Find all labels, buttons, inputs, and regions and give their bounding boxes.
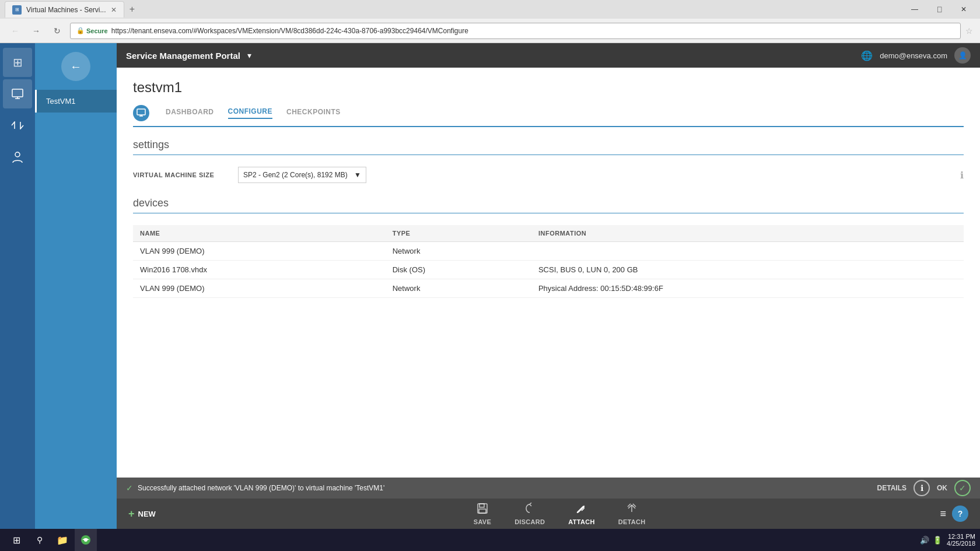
- settings-row: VIRTUAL MACHINE SIZE SP2 - Gen2 (2 Core(…: [133, 167, 964, 183]
- ok-button[interactable]: ✓: [954, 480, 971, 496]
- detach-action[interactable]: DETACH: [618, 503, 646, 525]
- browser-chrome: ⊞ Virtual Machines - Servi... ✕ + — ⎕ ✕ …: [0, 0, 980, 43]
- browser-tabs: ⊞ Virtual Machines - Servi... ✕ + — ⎕ ✕: [0, 0, 980, 19]
- user-avatar[interactable]: 👤: [954, 47, 971, 64]
- col-information: INFORMATION: [531, 225, 964, 242]
- detach-label: DETACH: [618, 518, 646, 525]
- notification-message: Successfully attached network 'VLAN 999 …: [138, 484, 384, 492]
- devices-section: devices NAME TYPE INFORMATION VLAN 999 (…: [133, 197, 964, 298]
- device-type-1: Disk (OS): [386, 261, 531, 279]
- device-info-0: [531, 242, 964, 261]
- tab-close-button[interactable]: ✕: [111, 6, 117, 14]
- url-input[interactable]: 🔒 Secure https://tenant.enseva.com/#Work…: [70, 23, 961, 39]
- svg-point-13: [84, 538, 88, 542]
- restore-button[interactable]: ⎕: [928, 0, 951, 19]
- forward-button[interactable]: →: [28, 23, 44, 39]
- taskbar-file-explorer[interactable]: 📁: [51, 529, 74, 551]
- taskbar: ⊞ ⚲ 📁 🔊 🔋 12:31 PM 4/25/2018: [0, 529, 980, 551]
- help-button[interactable]: ?: [952, 506, 968, 522]
- notification-actions: DETAILS ℹ OK ✓: [877, 480, 971, 496]
- table-row[interactable]: VLAN 999 (DEMO) Network Physical Address…: [133, 279, 964, 298]
- device-info-2: Physical Address: 00:15:5D:48:99:6F: [531, 279, 964, 298]
- save-action[interactable]: SAVE: [474, 503, 491, 525]
- save-label: SAVE: [474, 518, 491, 525]
- check-icon: ✓: [126, 483, 133, 493]
- taskbar-sys-icons: 🔊 🔋: [920, 536, 942, 545]
- new-label: NEW: [138, 510, 156, 518]
- vm-size-label: VIRTUAL MACHINE SIZE: [133, 171, 226, 178]
- top-bar-right: 🌐 demo@enseva.com 👤: [861, 47, 971, 64]
- sidebar-icon-monitor[interactable]: [3, 79, 32, 108]
- save-icon: [477, 503, 488, 517]
- tab-dashboard[interactable]: DASHBOARD: [166, 108, 214, 118]
- browser-tab[interactable]: ⊞ Virtual Machines - Servi... ✕: [5, 1, 124, 17]
- devices-table: NAME TYPE INFORMATION VLAN 999 (DEMO) Ne…: [133, 225, 964, 298]
- sidebar-icon-user[interactable]: [3, 142, 32, 171]
- svg-rect-9: [479, 509, 486, 513]
- sidebar-icon-network[interactable]: [3, 111, 32, 140]
- info-button[interactable]: ℹ: [914, 480, 930, 496]
- secure-badge: 🔒 Secure: [76, 27, 108, 34]
- tab-checkpoints[interactable]: CHECKPOINTS: [286, 108, 341, 118]
- globe-icon: 🌐: [861, 50, 873, 61]
- top-bar: Service Management Portal ▾ 🌐 demo@ensev…: [117, 43, 980, 68]
- back-btn-area: ←: [35, 43, 117, 90]
- taskbar-volume-icon: 🔋: [933, 536, 942, 545]
- window-controls: — ⎕ ✕: [903, 0, 975, 19]
- devices-title: devices: [133, 197, 964, 209]
- tab-configure[interactable]: CONFIGURE: [228, 107, 273, 119]
- close-button[interactable]: ✕: [952, 0, 975, 19]
- bookmark-button[interactable]: ☆: [965, 26, 973, 36]
- back-circle-button[interactable]: ←: [61, 52, 90, 81]
- back-button[interactable]: ←: [7, 23, 23, 39]
- device-type-0: Network: [386, 242, 531, 261]
- discard-icon: [524, 503, 536, 517]
- address-bar: ← → ↻ 🔒 Secure https://tenant.enseva.com…: [0, 19, 980, 43]
- search-button[interactable]: ⚲: [30, 529, 49, 551]
- notification-bar: ✓ Successfully attached network 'VLAN 99…: [117, 478, 980, 499]
- attach-action[interactable]: ATTACH: [568, 503, 594, 525]
- new-tab-button[interactable]: +: [124, 1, 141, 17]
- col-name: NAME: [133, 225, 386, 242]
- attach-label: ATTACH: [568, 518, 594, 525]
- user-email: demo@enseva.com: [880, 51, 947, 60]
- vm-title: testvm1: [133, 79, 964, 96]
- sub-sidebar: ← TestVM1: [35, 43, 117, 529]
- svg-rect-8: [480, 504, 484, 507]
- url-text: https://tenant.enseva.com/#Workspaces/VM…: [111, 27, 468, 35]
- device-name-2: VLAN 999 (DEMO): [133, 279, 386, 298]
- sidebar-icon-grid[interactable]: ⊞: [3, 48, 32, 77]
- settings-info-icon[interactable]: ℹ: [960, 170, 964, 181]
- svg-rect-0: [12, 89, 23, 97]
- taskbar-browser[interactable]: [75, 529, 97, 551]
- table-row[interactable]: VLAN 999 (DEMO) Network: [133, 242, 964, 261]
- settings-title: settings: [133, 139, 964, 151]
- refresh-button[interactable]: ↻: [49, 23, 65, 39]
- taskbar-icons: 📁: [51, 529, 97, 551]
- new-button[interactable]: + NEW: [128, 508, 156, 520]
- portal-chevron[interactable]: ▾: [247, 51, 251, 60]
- sidebar: ⊞: [0, 43, 35, 529]
- device-type-2: Network: [386, 279, 531, 298]
- svg-point-3: [15, 152, 20, 157]
- minimize-button[interactable]: —: [903, 0, 926, 19]
- devices-table-header: NAME TYPE INFORMATION: [133, 225, 964, 242]
- list-icon[interactable]: ≡: [940, 508, 946, 520]
- taskbar-time: 12:31 PM 4/25/2018: [947, 533, 975, 547]
- tab-title: Virtual Machines - Servi...: [26, 6, 106, 14]
- sub-nav-testvm1[interactable]: TestVM1: [35, 90, 117, 113]
- details-button[interactable]: DETAILS: [877, 484, 907, 492]
- device-name-0: VLAN 999 (DEMO): [133, 242, 386, 261]
- svg-rect-4: [137, 109, 145, 115]
- col-type: TYPE: [386, 225, 531, 242]
- toolbar-actions: SAVE DISCARD: [179, 503, 940, 525]
- vm-tab-icon: [133, 105, 149, 121]
- taskbar-network-icon: 🔊: [920, 536, 929, 545]
- vm-size-select[interactable]: SP2 - Gen2 (2 Core(s), 8192 MB) ▼: [238, 167, 366, 183]
- discard-action[interactable]: DISCARD: [514, 503, 545, 525]
- portal-title: Service Management Portal: [126, 51, 240, 61]
- table-row[interactable]: Win2016 1708.vhdx Disk (OS) SCSI, BUS 0,…: [133, 261, 964, 279]
- toolbar: + NEW SAVE: [117, 499, 980, 529]
- bottom-area: ✓ Successfully attached network 'VLAN 99…: [117, 478, 980, 529]
- start-button[interactable]: ⊞: [5, 529, 28, 551]
